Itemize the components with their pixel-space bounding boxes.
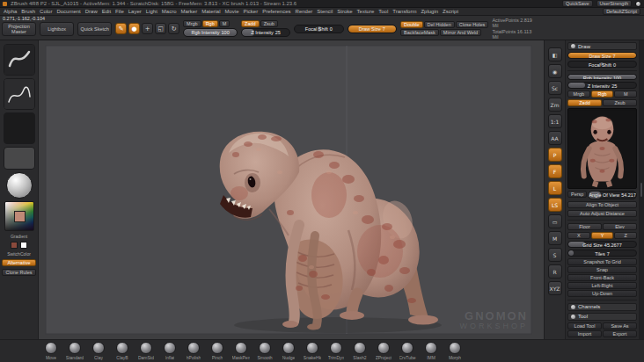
tool-action-button[interactable]: Import — [567, 330, 602, 337]
dock-brush[interactable]: Inflat — [161, 342, 179, 360]
tool-preview[interactable] — [567, 108, 637, 189]
switch-color-button[interactable]: SwitchColor — [7, 251, 31, 257]
menu-item[interactable]: Picker — [244, 9, 259, 14]
tray-rgb-intensity-slider[interactable]: Rgb Intensity100 — [567, 74, 637, 81]
floor-option-button[interactable]: Snapshot To Grid — [567, 258, 637, 265]
rgb-toggle[interactable]: Rgb — [202, 20, 218, 27]
quicksave-button[interactable]: QuickSave — [562, 0, 593, 7]
grid-size-slider[interactable]: Grid Size45.2677 — [567, 241, 637, 248]
dock-brush[interactable]: TrimDyn — [327, 342, 345, 360]
dock-brush[interactable]: Smooth — [256, 342, 274, 360]
floor-option-button[interactable]: Left-Right — [567, 282, 637, 289]
edit-button[interactable]: ✎ — [115, 23, 127, 34]
m-toggle[interactable]: M — [219, 20, 231, 27]
double-button[interactable]: Double — [400, 21, 422, 28]
zsub-toggle[interactable]: Zsub — [260, 20, 278, 27]
gradient-toggle[interactable]: Gradient — [11, 234, 27, 239]
dock-brush[interactable]: Morph — [446, 342, 464, 360]
close-holes-button[interactable]: Close Holes — [456, 21, 489, 28]
activity-orb-icon[interactable] — [635, 1, 641, 7]
secondary-color-swatch[interactable] — [20, 242, 27, 249]
material-picker[interactable] — [6, 172, 33, 199]
floor-option-button[interactable]: Up-Down — [567, 290, 637, 297]
shelf-icon-button[interactable]: Sc — [548, 81, 562, 95]
shelf-icon-button[interactable]: L — [548, 181, 562, 195]
menu-item[interactable]: Light — [146, 9, 157, 14]
menu-item[interactable]: Edit — [102, 9, 111, 14]
dock-brush[interactable]: Pinch — [209, 342, 226, 360]
menu-item[interactable]: Material — [201, 9, 220, 14]
tray-zadd-toggle[interactable]: Zadd — [567, 99, 602, 106]
rotate-button[interactable]: ↻ — [168, 23, 179, 34]
persp-button[interactable]: Persp — [567, 191, 587, 198]
auto-adjust-distance-button[interactable]: Auto Adjust Distance — [567, 210, 637, 217]
angle-of-view-slider[interactable]: Angle Of View54.217 — [588, 191, 637, 199]
menu-item[interactable]: Color — [40, 9, 52, 14]
tray-zsub-toggle[interactable]: Zsub — [603, 99, 637, 106]
draw-button[interactable]: ● — [128, 23, 140, 34]
shelf-icon-button[interactable]: P — [548, 148, 562, 162]
dock-brush[interactable]: Nudge — [280, 342, 297, 360]
shelf-icon-button[interactable]: ◉ — [548, 64, 562, 78]
axis-toggle[interactable]: X — [567, 232, 590, 239]
floor-option-button[interactable]: Snap — [567, 266, 637, 273]
z-intensity-slider[interactable]: Z Intensity25 — [241, 28, 290, 37]
axis-toggle[interactable]: Y — [591, 232, 614, 239]
elev-button[interactable]: Elev — [603, 223, 637, 230]
menu-item[interactable]: Movie — [225, 9, 239, 14]
tray-z-intensity-slider[interactable]: Z Intensity25 — [567, 82, 637, 89]
draw-size-slider[interactable]: Draw Size7 — [348, 25, 397, 33]
dock-brush[interactable]: SnakeHk — [304, 342, 321, 360]
menu-item[interactable]: Tool — [378, 9, 388, 14]
shelf-icon-button[interactable]: XYZ — [548, 281, 562, 295]
scale-button[interactable]: ◱ — [155, 23, 166, 34]
stroke-picker[interactable] — [4, 78, 35, 110]
alpha-picker[interactable] — [4, 112, 35, 144]
dock-brush[interactable]: ZProject — [375, 342, 392, 360]
dock-brush[interactable]: Standard — [66, 342, 84, 360]
zadd-toggle[interactable]: Zadd — [241, 20, 260, 27]
shelf-icon-button[interactable]: S — [548, 248, 562, 262]
shelf-icon-button[interactable]: LS — [548, 198, 562, 212]
clone-rules-button[interactable]: Clone Rules — [2, 269, 36, 276]
menu-item[interactable]: Stencil — [317, 9, 333, 14]
menu-item[interactable]: Zplugin — [421, 9, 438, 14]
dock-brush[interactable]: ClayB — [113, 342, 131, 360]
dock-brush[interactable]: MaskPen — [232, 342, 250, 360]
tray-mrgb-toggle[interactable]: Mrgb — [567, 90, 590, 98]
menu-item[interactable]: Zscript — [443, 9, 458, 14]
shelf-icon-button[interactable]: 1:1 — [548, 114, 562, 128]
rgb-intensity-slider[interactable]: Rgb Intensity100 — [183, 28, 238, 37]
shelf-icon-button[interactable]: ◧ — [548, 47, 562, 62]
texture-picker[interactable] — [4, 147, 35, 170]
shelf-icon-button[interactable]: Zm — [548, 98, 562, 112]
focal-shift-slider[interactable]: Focal Shift0 — [294, 25, 343, 33]
menu-item[interactable]: Marker — [180, 9, 197, 14]
channels-palette-header[interactable]: Channels — [567, 303, 637, 311]
tray-focal-shift-slider[interactable]: Focal Shift0 — [567, 61, 637, 68]
floor-button[interactable]: Floor — [567, 223, 602, 230]
quick-sketch-button[interactable]: Quick Sketch — [77, 22, 112, 36]
move-button[interactable]: + — [142, 23, 153, 34]
shelf-icon-button[interactable]: AA — [548, 131, 562, 145]
menu-item[interactable]: Stroke — [337, 9, 352, 14]
axis-toggle[interactable]: Z — [614, 232, 637, 239]
menu-item[interactable]: Render — [296, 9, 313, 14]
dock-brush[interactable]: hPolish — [185, 342, 202, 360]
mirror-and-weld-button[interactable]: Mirror And Weld — [440, 29, 481, 36]
shelf-icon-button[interactable]: F — [548, 164, 562, 178]
brush-picker[interactable] — [4, 44, 35, 76]
tool-palette-header[interactable]: Tool — [567, 313, 637, 321]
dock-brush[interactable]: Move — [42, 342, 60, 360]
alternative-button[interactable]: Alternative — [2, 259, 36, 266]
menu-item[interactable]: Alpha — [4, 9, 17, 14]
tool-action-button[interactable]: Save As — [603, 322, 637, 329]
dock-brush[interactable]: IMM — [422, 342, 440, 360]
align-to-object-button[interactable]: Align To Object — [567, 201, 637, 208]
color-picker[interactable] — [4, 201, 34, 231]
mrgb-toggle[interactable]: Mrgb — [183, 20, 201, 27]
menu-item[interactable]: Macro — [162, 9, 177, 14]
menu-item[interactable]: Draw — [85, 9, 98, 14]
tray-m-toggle[interactable]: M — [614, 90, 637, 98]
tray-draw-size-slider[interactable]: Draw Size7 — [567, 52, 637, 59]
